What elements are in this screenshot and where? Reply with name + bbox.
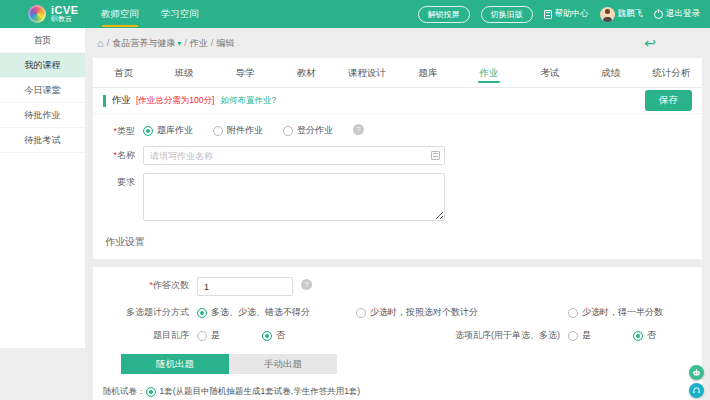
radio-option-shuffle-yes[interactable]: 是 <box>568 327 591 342</box>
header-actions: 解锁投屏 切换旧版 帮助中心 魏鹏飞 退出登录 <box>418 6 701 23</box>
requirement-row: 要求 <box>93 169 702 225</box>
power-icon <box>654 10 663 19</box>
radio-one-paper[interactable]: 1套(从题目中随机抽题生成1套试卷,学生作答共用1套) <box>146 384 426 398</box>
homework-notice-bar: 作业 [作业总分需为100分] 如何布置作业? 保存 <box>93 88 702 114</box>
tab-random-questions[interactable]: 随机出题 <box>121 354 229 374</box>
robot-icon <box>692 368 701 377</box>
question-shuffle-label: 题目乱序 <box>103 327 189 342</box>
radio-question-shuffle-no[interactable]: 否 <box>262 327 285 342</box>
input-counter-icon[interactable] <box>431 151 440 160</box>
tab-course-design[interactable]: 课程设计 <box>337 58 398 87</box>
tab-question-bank[interactable]: 题库 <box>398 58 459 87</box>
tab-home[interactable]: 首页 <box>93 58 154 87</box>
breadcrumb-course[interactable]: 食品营养与健康 <box>112 37 175 50</box>
tab-guide[interactable]: 导学 <box>215 58 276 87</box>
nav-learning-space[interactable]: 学习空间 <box>161 8 199 21</box>
type-row: *类型 题库作业 附件作业 登分作业 ? <box>93 114 702 142</box>
homework-name-input[interactable] <box>143 146 445 165</box>
breadcrumb-separator: / <box>184 38 187 48</box>
unlock-screencast-button[interactable]: 解锁投屏 <box>418 6 470 23</box>
home-icon[interactable]: ⌂ <box>97 37 104 49</box>
breadcrumb-separator: / <box>107 38 110 48</box>
shuffle-row: 题目乱序 是 否 选项乱序(用于单选、多选) 是 否 <box>93 323 702 346</box>
icve-logo[interactable]: iCVE 职教云 <box>28 5 79 23</box>
type-info-icon[interactable]: ? <box>353 124 364 135</box>
course-card: 首页 班级 导学 教材 课程设计 题库 作业 考试 成绩 统计分析 作业 [作业… <box>93 58 702 259</box>
tab-class[interactable]: 班级 <box>154 58 215 87</box>
switch-old-version-button[interactable]: 切换旧版 <box>481 6 533 23</box>
requirement-textarea[interactable] <box>143 173 445 221</box>
radio-icon <box>213 126 223 136</box>
radio-option-shuffle-no[interactable]: 否 <box>633 327 656 342</box>
name-label: *名称 <box>103 146 135 162</box>
radio-question-shuffle-yes[interactable]: 是 <box>197 327 220 342</box>
tab-textbook[interactable]: 教材 <box>276 58 337 87</box>
tab-grades[interactable]: 成绩 <box>580 58 641 87</box>
icve-logo-icon <box>28 5 46 23</box>
tab-homework[interactable]: 作业 <box>458 58 519 87</box>
tab-exam[interactable]: 考试 <box>519 58 580 87</box>
tab-manual-questions[interactable]: 手动出题 <box>229 354 337 374</box>
logout-button[interactable]: 退出登录 <box>654 8 700 20</box>
radio-score-entry-homework[interactable]: 登分作业 <box>283 122 333 137</box>
breadcrumb-section[interactable]: 作业 <box>190 37 208 50</box>
radio-label: 附件作业 <box>227 124 263 137</box>
question-mode-tabs: 随机出题 手动出题 <box>121 354 702 374</box>
floating-buttons <box>689 365 704 398</box>
back-arrow-icon[interactable]: ↩ <box>644 36 656 50</box>
random-paper-options: 1套(从题目中随机抽题生成1套试卷,学生作答共用1套) 10套(从题目中随机抽题… <box>146 384 426 400</box>
radio-icon <box>197 331 207 341</box>
help-center-label: 帮助中心 <box>555 8 589 20</box>
radio-icon <box>197 308 207 318</box>
logo-title: iCVE <box>51 5 79 15</box>
radio-half-score[interactable]: 少选时，得一半分数 <box>568 304 663 319</box>
sidebar-item-my-courses[interactable]: 我的课程 <box>0 53 85 78</box>
user-menu[interactable]: 魏鹏飞 <box>600 7 644 22</box>
radio-no-score-if-wrong[interactable]: 多选、少选、错选不得分 <box>197 304 310 319</box>
multi-scoring-row: 多选题计分方式 多选、少选、错选不得分 少选时，按照选对个数计分 少选时，得一半… <box>93 300 702 323</box>
radio-label: 是 <box>211 329 220 342</box>
ai-assistant-button[interactable] <box>689 365 704 380</box>
radio-question-bank-homework[interactable]: 题库作业 <box>143 122 193 137</box>
notice-title: 作业 <box>112 94 131 107</box>
how-to-assign-link[interactable]: 如何布置作业? <box>220 95 276 107</box>
type-label: *类型 <box>103 122 135 138</box>
radio-icon <box>143 126 153 136</box>
nav-teacher-space[interactable]: 教师空间 <box>101 8 139 21</box>
sidebar-item-today-class[interactable]: 今日课堂 <box>0 78 85 103</box>
settings-card: *作答次数 ? 多选题计分方式 多选、少选、错选不得分 少选时，按照选对个数计分… <box>93 267 702 400</box>
radio-label: 1套(从题目中随机抽题生成1套试卷,学生作答共用1套) <box>160 386 361 398</box>
customer-service-button[interactable] <box>689 383 704 398</box>
radio-icon <box>633 331 643 341</box>
save-button[interactable]: 保存 <box>645 90 692 111</box>
radio-partial-by-correct-count[interactable]: 少选时，按照选对个数计分 <box>356 304 478 319</box>
help-doc-icon <box>544 10 552 19</box>
breadcrumb: ⌂ / 食品营养与健康 ▾ / 作业 / 编辑 ↩ <box>85 28 710 58</box>
logout-label: 退出登录 <box>666 8 700 20</box>
headset-icon <box>692 386 701 395</box>
radio-label: 题库作业 <box>157 124 193 137</box>
multi-scoring-label: 多选题计分方式 <box>103 304 189 319</box>
breadcrumb-page: 编辑 <box>216 37 234 50</box>
logo-subtitle: 职教云 <box>51 15 79 23</box>
radio-label: 否 <box>276 329 285 342</box>
chevron-down-icon[interactable]: ▾ <box>177 39 181 48</box>
random-paper-row: 随机试卷： 1套(从题目中随机抽题生成1套试卷,学生作答共用1套) 10套(从题… <box>93 376 702 400</box>
option-shuffle-label: 选项乱序(用于单选、多选) <box>455 327 560 342</box>
notice-accent-bar <box>103 95 106 107</box>
radio-icon <box>146 387 156 397</box>
sidebar-item-pending-homework[interactable]: 待批作业 <box>0 103 85 128</box>
radio-icon <box>262 331 272 341</box>
sidebar-item-home[interactable]: 首页 <box>0 28 85 53</box>
sidebar-item-pending-exams[interactable]: 待批考试 <box>0 128 85 153</box>
name-input-wrap <box>143 146 445 165</box>
course-tab-bar: 首页 班级 导学 教材 课程设计 题库 作业 考试 成绩 统计分析 <box>93 58 702 88</box>
tab-statistics[interactable]: 统计分析 <box>641 58 702 87</box>
radio-label: 登分作业 <box>297 124 333 137</box>
sidebar: 首页 我的课程 今日课堂 待批作业 待批考试 <box>0 28 85 348</box>
name-row: *名称 <box>93 142 702 169</box>
attempts-info-icon[interactable]: ? <box>301 279 312 290</box>
attempts-input[interactable] <box>197 277 293 296</box>
help-center-link[interactable]: 帮助中心 <box>544 8 589 20</box>
radio-attachment-homework[interactable]: 附件作业 <box>213 122 263 137</box>
